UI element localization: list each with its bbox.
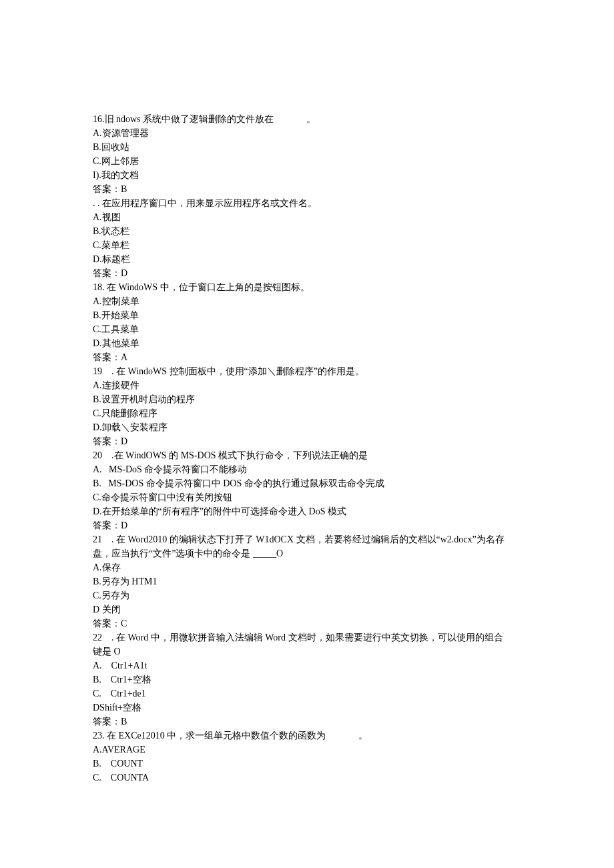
- text-line: 答案：B: [93, 182, 521, 196]
- text-line: 答案：D: [93, 434, 521, 448]
- text-line: C. COUNTA: [93, 771, 521, 785]
- text-line: 键是 O: [93, 644, 521, 659]
- text-line: D.标题栏: [93, 252, 521, 266]
- text-line: 答案：D: [93, 266, 521, 280]
- text-line: A.保存: [93, 560, 521, 574]
- text-line: D.其他菜单: [93, 336, 521, 350]
- text-line: A.视图: [93, 210, 521, 224]
- text-line: D.卸载＼安装程序: [93, 420, 521, 434]
- text-line: 20 .在 WindOWS 的 MS-DOS 模式下执行命令，下列说法正确的是: [93, 448, 521, 462]
- text-line: 16.旧 ndows 系统中做了逻辑删除的文件放在 。: [93, 112, 521, 126]
- text-line: A. Ctr1+A1t: [93, 659, 521, 673]
- text-line: B.另存为 HTM1: [93, 574, 521, 588]
- text-line: B.设置开机时启动的程序: [93, 392, 521, 406]
- text-line: B.回收站: [93, 140, 521, 154]
- text-line: 答案：C: [93, 616, 521, 630]
- text-line: C.工具菜单: [93, 322, 521, 336]
- text-line: D.在开始菜单的“所有程序”的附件中可选择命令进入 DoS 模式: [93, 504, 521, 518]
- text-line: B.状态栏: [93, 224, 521, 238]
- text-line: A.资源管理器: [93, 126, 521, 140]
- text-line: B. Ctr1+空格: [93, 673, 521, 687]
- text-line: C.菜单栏: [93, 238, 521, 252]
- text-line: DShift+空格: [93, 701, 521, 715]
- text-line: 22 . 在 Word 中，用微软拼音输入法编辑 Word 文档时，如果需要进行…: [93, 630, 521, 644]
- text-line: C.只能删除程序: [93, 406, 521, 420]
- text-line: 答案：D: [93, 518, 521, 532]
- text-line: 18. 在 WindoWS 中，位于窗口左上角的是按钮图标。: [93, 280, 521, 294]
- document-page: 16.旧 ndows 系统中做了逻辑删除的文件放在 。 A.资源管理器 B.回收…: [0, 0, 614, 851]
- text-line: A.连接硬件: [93, 378, 521, 392]
- text-line: B. MS-DOS 命令提示符窗口中 DOS 命令的执行通过鼠标双击命令完成: [93, 476, 521, 490]
- text-line: 19 . 在 WindoWS 控制面板中，使用“添加＼删除程序”的作用是。: [93, 364, 521, 378]
- text-line: 答案：A: [93, 350, 521, 364]
- text-line: I).我的文档: [93, 168, 521, 182]
- text-line: C. Ctr1+de1: [93, 687, 521, 701]
- text-line: C.网上邻居: [93, 154, 521, 168]
- text-line: 21 . 在 Word2010 的编辑状态下打开了 W1dOCX 文档，若要将经…: [93, 532, 521, 560]
- text-line: . . 在应用程序窗口中，用来显示应用程序名或文件名。: [93, 196, 521, 210]
- text-line: A. MS-DoS 命令提示符窗口不能移动: [93, 462, 521, 476]
- text-line: A.AVERAGE: [93, 743, 521, 757]
- text-line: A.控制菜单: [93, 294, 521, 308]
- text-line: D 关闭: [93, 602, 521, 616]
- text-line: 23. 在 EXCe12010 中，求一组单元格中数值个数的函数为 。: [93, 729, 521, 743]
- text-line: C.另存为: [93, 588, 521, 602]
- text-line: B.开始菜单: [93, 308, 521, 322]
- text-line: 答案：B: [93, 715, 521, 729]
- text-line: C.命令提示符窗口中没有关闭按钮: [93, 490, 521, 504]
- text-line: B. COUNT: [93, 757, 521, 771]
